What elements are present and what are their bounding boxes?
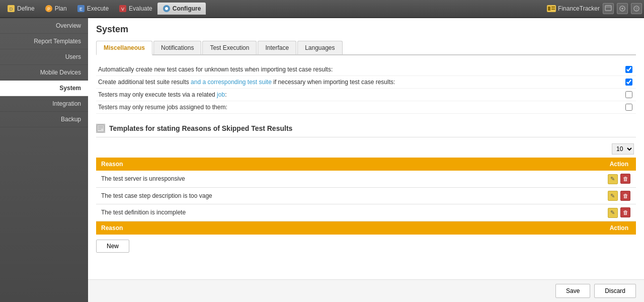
table-row: The test case step description is too va… (96, 187, 636, 204)
col-header-action: Action (602, 158, 636, 171)
svg-rect-11 (548, 7, 550, 11)
svg-text:D: D (10, 7, 13, 12)
col-header-reason: Reason (96, 158, 602, 171)
svg-rect-12 (551, 7, 555, 8)
toolbar-btn-2[interactable] (617, 3, 628, 14)
tab-languages[interactable]: Languages (297, 41, 342, 54)
sidebar-item-system[interactable]: System (0, 81, 88, 96)
sidebar-item-integration[interactable]: Integration (0, 96, 88, 112)
settings-table: Automatically create new test cases for … (96, 63, 636, 114)
table-row: The test definition is incomplete ✎ 🗑 (96, 204, 636, 221)
nav-configure[interactable]: Configure (157, 3, 206, 15)
job-link[interactable]: job (217, 91, 225, 98)
execute-icon: E (77, 5, 85, 13)
nav-define[interactable]: D Define (2, 3, 40, 15)
settings-row-testers-resume: Testers may only resume jobs assigned to… (96, 101, 636, 114)
settings-row-create-suite: Create additional test suite results and… (96, 76, 636, 89)
discard-button[interactable]: Discard (594, 284, 636, 298)
pagination-control: 10 5 20 50 (96, 143, 636, 155)
section-header: Templates for stating Reasons of Skipped… (96, 124, 636, 137)
tab-miscellaneous[interactable]: Miscellaneous (96, 41, 152, 55)
page-size-select[interactable]: 10 5 20 50 (612, 143, 634, 155)
delete-btn-3[interactable]: 🗑 (620, 207, 630, 217)
page-title: System (96, 24, 636, 35)
svg-text:P: P (47, 7, 50, 12)
section-title: Templates for stating Reasons of Skipped… (109, 124, 292, 132)
main-content: System Miscellaneous Notifications Test … (88, 18, 644, 302)
checkbox-auto-create[interactable] (624, 66, 634, 73)
sidebar-item-users[interactable]: Users (0, 49, 88, 65)
row-reason-3: The test definition is incomplete (96, 204, 602, 221)
checkbox-input-create-suite[interactable] (625, 79, 632, 86)
row-actions-1: ✎ 🗑 (602, 171, 636, 187)
sidebar-item-report-templates[interactable]: Report Templates (0, 34, 88, 49)
new-button[interactable]: New (96, 240, 129, 253)
checkbox-testers-job[interactable] (624, 91, 634, 98)
row-reason-1: The test server is unresponsive (96, 171, 602, 187)
template-icon (96, 124, 105, 133)
delete-btn-1[interactable]: 🗑 (620, 174, 630, 184)
svg-text:E: E (79, 7, 83, 12)
settings-row-auto-create: Automatically create new test cases for … (96, 63, 636, 76)
col-footer-action: Action (602, 221, 636, 235)
evaluate-icon: V (119, 5, 127, 13)
edit-btn-3[interactable]: ✎ (608, 208, 618, 218)
table-row: The test server is unresponsive ✎ 🗑 (96, 171, 636, 187)
define-icon: D (7, 5, 15, 13)
sidebar-item-backup[interactable]: Backup (0, 112, 88, 127)
configure-icon (163, 5, 171, 13)
checkbox-create-suite[interactable] (624, 79, 634, 86)
main-layout: Overview Report Templates Users Mobile D… (0, 18, 644, 302)
plan-icon: P (45, 5, 53, 13)
svg-text:?: ? (635, 7, 637, 12)
nav-plan[interactable]: P Plan (40, 3, 72, 15)
row-actions-2: ✎ 🗑 (602, 187, 636, 204)
toolbar-btn-3[interactable]: ? (631, 3, 642, 14)
bottom-bar: Save Discard (88, 279, 644, 302)
col-footer-reason: Reason (96, 221, 602, 235)
settings-label-create-suite: Create additional test suite results and… (98, 79, 624, 86)
toolbar-btn-1[interactable] (603, 3, 614, 14)
top-nav-right: FinanceTracker ? (547, 3, 642, 14)
edit-btn-1[interactable]: ✎ (608, 174, 618, 184)
svg-rect-14 (605, 6, 611, 11)
sidebar: Overview Report Templates Users Mobile D… (0, 18, 88, 302)
settings-label-testers-job: Testers may only execute tests via a rel… (98, 91, 624, 98)
delete-btn-2[interactable]: 🗑 (620, 191, 630, 201)
top-nav: D Define P Plan E Execute V Evaluate Con… (0, 0, 644, 18)
nav-execute[interactable]: E Execute (72, 3, 114, 15)
sidebar-item-mobile-devices[interactable]: Mobile Devices (0, 65, 88, 81)
tab-interface[interactable]: Interface (258, 41, 296, 54)
checkbox-input-auto-create[interactable] (625, 66, 632, 73)
nav-evaluate[interactable]: V Evaluate (114, 3, 157, 15)
settings-label-auto-create: Automatically create new test cases for … (98, 66, 624, 73)
row-actions-3: ✎ 🗑 (602, 204, 636, 221)
svg-text:V: V (121, 7, 124, 12)
suite-link[interactable]: and a corresponding test suite (191, 79, 272, 86)
save-button[interactable]: Save (555, 284, 590, 298)
settings-row-testers-job: Testers may only execute tests via a rel… (96, 89, 636, 101)
settings-label-testers-resume: Testers may only resume jobs assigned to… (98, 104, 624, 111)
app-name: FinanceTracker (547, 5, 600, 12)
checkbox-input-testers-resume[interactable] (625, 104, 632, 111)
bottom-spacer (96, 256, 636, 281)
sidebar-item-overview[interactable]: Overview (0, 18, 88, 34)
svg-rect-13 (551, 9, 555, 10)
row-reason-2: The test case step description is too va… (96, 187, 602, 204)
reasons-table: Reason Action The test server is unrespo… (96, 158, 636, 235)
edit-btn-2[interactable]: ✎ (608, 191, 618, 201)
tab-test-execution[interactable]: Test Execution (202, 41, 257, 54)
svg-point-9 (165, 7, 168, 10)
tab-bar: Miscellaneous Notifications Test Executi… (96, 41, 636, 55)
tab-notifications[interactable]: Notifications (153, 41, 201, 54)
svg-rect-21 (97, 125, 104, 132)
checkbox-testers-resume[interactable] (624, 104, 634, 111)
checkbox-input-testers-job[interactable] (625, 91, 632, 98)
